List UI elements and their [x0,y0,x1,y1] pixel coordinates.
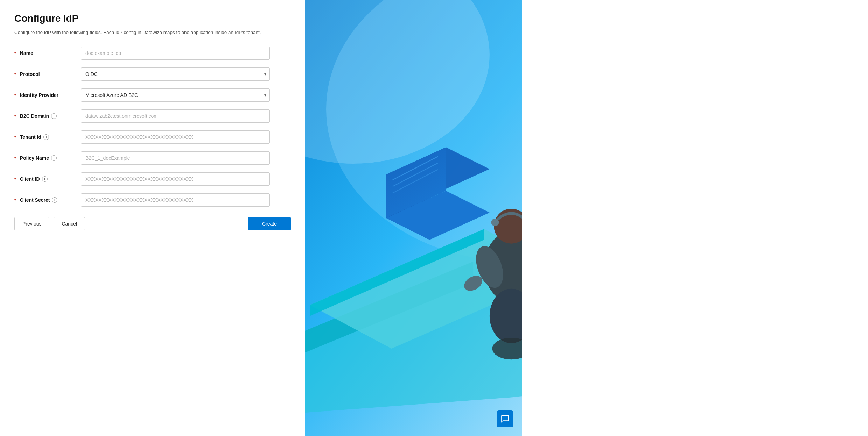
client-secret-info-icon[interactable]: i [52,197,57,203]
protocol-row: * Protocol OIDC SAML ▾ [14,67,291,81]
required-star-tenant: * [14,134,16,140]
tenant-id-input[interactable] [81,130,270,144]
client-id-info-icon[interactable]: i [42,176,48,182]
create-button[interactable]: Create [248,217,291,230]
required-star-idp: * [14,92,16,98]
client-secret-input[interactable] [81,193,270,207]
required-star-client-secret: * [14,197,16,203]
required-star-client-id: * [14,176,16,182]
identity-provider-label: * Identity Provider [14,92,81,98]
required-star-policy: * [14,155,16,161]
client-secret-row: * Client Secret i [14,193,291,207]
policy-name-label: * Policy Name i [14,155,81,161]
policy-name-input[interactable] [81,151,270,165]
page-title: Configure IdP [14,13,291,24]
client-secret-label: * Client Secret i [14,197,81,203]
identity-provider-row: * Identity Provider Microsoft Azure AD B… [14,88,291,102]
client-id-row: * Client ID i [14,172,291,186]
name-label: * Name [14,50,81,56]
cancel-button[interactable]: Cancel [54,217,85,230]
b2c-domain-info-icon[interactable]: i [51,113,57,119]
client-id-label: * Client ID i [14,176,81,182]
required-star-b2c: * [14,113,16,119]
name-input[interactable] [81,47,270,60]
client-id-input[interactable] [81,172,270,186]
form-section: Configure IdP Configure the IdP with the… [0,0,305,436]
illustration-section [305,0,522,436]
protocol-select[interactable]: OIDC SAML [81,67,270,81]
protocol-label: * Protocol [14,71,81,77]
tenant-id-label: * Tenant Id i [14,134,81,140]
chat-button[interactable] [497,410,513,427]
name-row: * Name [14,47,291,60]
page-description: Configure the IdP with the following fie… [14,29,291,36]
button-row: Previous Cancel Create [14,217,291,230]
tenant-id-row: * Tenant Id i [14,130,291,144]
policy-name-info-icon[interactable]: i [51,155,57,161]
tenant-id-info-icon[interactable]: i [43,134,49,140]
idp-select-wrapper: Microsoft Azure AD B2C Azure AD Okta Aut… [81,88,270,102]
svg-point-18 [491,219,499,226]
b2c-domain-row: * B2C Domain i [14,109,291,123]
previous-button[interactable]: Previous [14,217,49,230]
b2c-domain-input[interactable] [81,109,270,123]
idp-select[interactable]: Microsoft Azure AD B2C Azure AD Okta Aut… [81,88,270,102]
b2c-domain-label: * B2C Domain i [14,113,81,119]
required-star-name: * [14,50,16,56]
protocol-select-wrapper: OIDC SAML ▾ [81,67,270,81]
required-star-protocol: * [14,71,16,77]
policy-name-row: * Policy Name i [14,151,291,165]
